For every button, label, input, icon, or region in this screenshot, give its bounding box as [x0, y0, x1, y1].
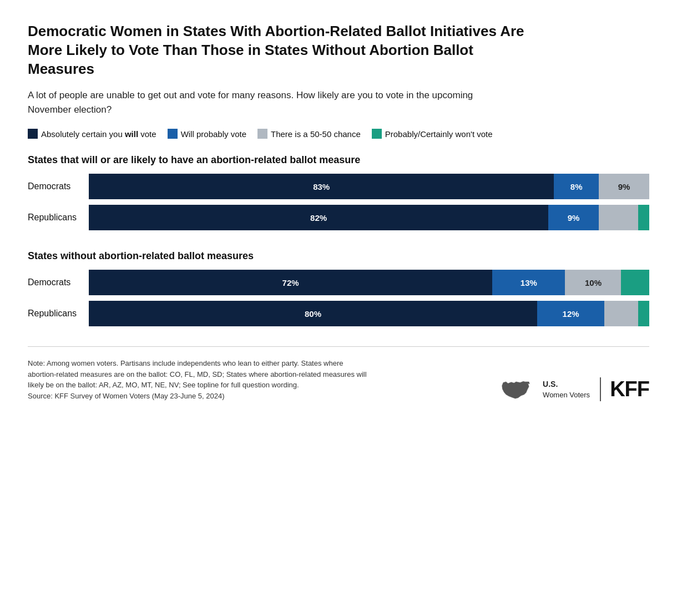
legend-item-fifty: There is a 50-50 chance [257, 129, 361, 139]
segment-wont [621, 270, 649, 295]
source-content: Source: KFF Survey of Women Voters (May … [28, 392, 225, 400]
segment-probably: 8% [554, 174, 599, 199]
legend-item-certain: Absolutely certain you will vote [28, 129, 156, 139]
section-without-ballot: States without abortion-related ballot m… [28, 250, 649, 326]
legend-label-fifty: There is a 50-50 chance [271, 129, 361, 139]
legend-item-probably: Will probably vote [168, 129, 246, 139]
segment-fifty [599, 205, 638, 230]
section-with-ballot: States that will or are likely to have a… [28, 154, 649, 230]
bar-label-with-ballot-democrats: Democrats [28, 181, 89, 191]
legend-label-probably: Will probably vote [181, 129, 246, 139]
bars-without-ballot-republicans: 80% 12% [89, 301, 649, 326]
bar-row-without-ballot-democrats: Democrats 72% 13% 10% [28, 270, 649, 295]
segment-certain: 83% [89, 174, 554, 199]
legend-label-certain: Absolutely certain you will vote [41, 129, 156, 139]
segment-wont [638, 205, 649, 230]
segment-probably: 9% [548, 205, 599, 230]
bars-with-ballot-republicans: 82% 9% [89, 205, 649, 230]
section-title-with-ballot: States that will or are likely to have a… [28, 154, 649, 166]
branding-text: U.S. Women Voters [543, 379, 590, 400]
bar-label-with-ballot-republicans: Republicans [28, 213, 89, 223]
legend-item-wont: Probably/Certainly won't vote [372, 129, 493, 139]
us-map-icon [499, 378, 533, 401]
bar-label-without-ballot-democrats: Democrats [28, 277, 89, 287]
bars-with-ballot-democrats: 83% 8% 9% [89, 174, 649, 199]
kff-logo: KFF [600, 377, 649, 401]
segment-certain: 82% [89, 205, 548, 230]
segment-probably: 12% [537, 301, 604, 326]
legend-swatch-fifty [257, 129, 267, 139]
bar-label-without-ballot-republicans: Republicans [28, 309, 89, 319]
segment-wont [638, 301, 649, 326]
segment-certain: 72% [89, 270, 492, 295]
section-title-without-ballot: States without abortion-related ballot m… [28, 250, 649, 262]
legend-swatch-probably [168, 129, 178, 139]
page-title: Democratic Women in States With Abortion… [28, 22, 527, 78]
note-text: Note: Among women voters. Partisans incl… [28, 358, 372, 401]
bar-row-with-ballot-republicans: Republicans 82% 9% [28, 205, 649, 230]
segment-fifty [604, 301, 638, 326]
segment-probably: 13% [492, 270, 565, 295]
branding-women-voters: Women Voters [543, 390, 590, 400]
note-section: Note: Among women voters. Partisans incl… [28, 346, 649, 401]
segment-certain: 80% [89, 301, 537, 326]
segment-fifty: 9% [599, 174, 649, 199]
legend-swatch-certain [28, 129, 38, 139]
legend-swatch-wont [372, 129, 382, 139]
branding: U.S. Women Voters KFF [499, 377, 649, 401]
legend-label-wont: Probably/Certainly won't vote [385, 129, 493, 139]
bar-row-without-ballot-republicans: Republicans 80% 12% [28, 301, 649, 326]
segment-fifty: 10% [565, 270, 621, 295]
branding-us-label: U.S. [543, 379, 590, 390]
bar-row-with-ballot-democrats: Democrats 83% 8% 9% [28, 174, 649, 199]
legend: Absolutely certain you will vote Will pr… [28, 129, 649, 139]
subtitle: A lot of people are unable to get out an… [28, 88, 483, 117]
bars-without-ballot-democrats: 72% 13% 10% [89, 270, 649, 295]
note-content: Note: Among women voters. Partisans incl… [28, 359, 367, 389]
